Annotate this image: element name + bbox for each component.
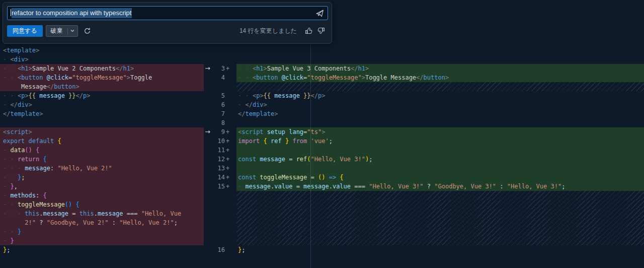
code-token: · · (3, 74, 18, 81)
chat-input[interactable]: refactor to composition api with typescr… (7, 6, 328, 20)
original-code-pane[interactable]: <template>· <div>· · <h1>Sample Vue 2 Co… (0, 46, 204, 268)
discard-button[interactable]: 破棄 (46, 26, 67, 36)
code-token: > (365, 65, 369, 72)
original-code-line[interactable]: · · }; (0, 173, 204, 182)
code-token: "Hello, Vue 3!" (311, 156, 365, 163)
original-code-line[interactable]: · · <button @click="toggleMessage">Toggl… (0, 73, 204, 82)
line-number (204, 200, 236, 209)
code-token: {{ (29, 92, 36, 99)
code-token (292, 156, 296, 163)
line-number: 8 (204, 118, 236, 127)
original-code-line[interactable]: · } (0, 236, 204, 245)
code-token: { (264, 138, 267, 145)
modified-code-line[interactable] (236, 200, 644, 209)
code-token: 2!" (25, 219, 36, 226)
code-token: @click (282, 74, 303, 81)
modified-code-line[interactable]: · · <p>{{ message }}</p> (236, 91, 644, 100)
modified-code-line[interactable] (236, 236, 644, 245)
original-code-line[interactable]: · · · message: "Hello, Vue 2!" (0, 164, 204, 173)
code-token: div (14, 56, 25, 63)
code-token: > (76, 83, 79, 90)
code-token: div (253, 101, 264, 108)
line-number: 10+ (204, 137, 236, 146)
modified-code-line[interactable]: import { ref } from 'vue'; (236, 137, 644, 146)
modified-code-line[interactable]: </template> (236, 109, 644, 118)
code-token: message (25, 165, 50, 172)
modified-code-line[interactable]: const message = ref("Hello, Vue 3!"); (236, 155, 644, 164)
modified-code-line[interactable]: const toggleMessage = () => { (236, 173, 644, 182)
chat-input-text: refactor to composition api with typescr… (12, 8, 132, 18)
code-token: ; (21, 174, 25, 181)
modified-code-line[interactable] (236, 118, 644, 127)
modified-code-pane[interactable]: · · <h1>Sample Vue 3 Components</h1>· · … (236, 46, 644, 268)
modified-code-line[interactable] (236, 209, 644, 218)
code-token: message (260, 156, 285, 163)
original-code-line[interactable]: · <div> (0, 55, 204, 64)
modified-code-line[interactable] (236, 82, 644, 91)
diff-change-arrow-icon[interactable]: → (205, 127, 210, 137)
original-code-line[interactable]: </template> (0, 109, 204, 118)
modified-code-line[interactable] (236, 191, 644, 200)
original-code-line[interactable]: · · toggleMessage() { (0, 200, 204, 209)
send-button[interactable] (314, 9, 325, 18)
modified-code-line[interactable]: · </div> (236, 100, 644, 109)
original-code-line[interactable]: · · <h1>Sample Vue 2 Components</h1> (0, 64, 204, 73)
modified-code-line[interactable]: <script setup lang="ts"> (236, 127, 644, 137)
code-token: : (112, 219, 116, 226)
original-code-line[interactable]: · </div> (0, 100, 204, 109)
code-token: "Hello, Vue 2!" (119, 219, 174, 226)
rerun-request-button[interactable] (83, 26, 92, 36)
code-token: > (321, 128, 325, 136)
code-token: const (238, 174, 256, 181)
modified-code-line[interactable] (236, 55, 644, 64)
original-code-line[interactable]: }; (0, 245, 204, 254)
original-code-line[interactable]: · data() { (0, 146, 204, 155)
original-code-line[interactable]: · methods: { (0, 191, 204, 200)
code-token: > (29, 101, 32, 108)
original-code-line[interactable]: · }, (0, 182, 204, 191)
code-token (300, 183, 303, 190)
code-token: "toggleMessage" (72, 74, 126, 81)
modified-code-line[interactable] (236, 218, 644, 227)
code-token: message (43, 210, 69, 217)
code-token: data (10, 147, 25, 154)
modified-code-line[interactable]: }; (236, 245, 644, 254)
code-token: > (87, 92, 90, 99)
code-token: </ (416, 74, 423, 81)
original-code-line[interactable]: Message</button> (0, 82, 204, 91)
original-code-line[interactable]: 2!" ? "Goodbye, Vue 2!" : "Hello, Vue 2!… (0, 218, 204, 227)
code-token: > (25, 92, 28, 99)
diff-change-arrow-icon[interactable]: → (205, 64, 210, 73)
code-token: message (303, 183, 329, 190)
code-token: ref (296, 156, 307, 163)
original-code-line[interactable]: export default { (0, 137, 204, 146)
accept-button[interactable]: 同意する (7, 25, 43, 37)
modified-code-line[interactable] (236, 227, 644, 236)
modified-code-line[interactable]: · · <h1>Sample Vue 3 Components</h1> (236, 64, 644, 73)
line-number (204, 236, 236, 245)
discard-dropdown-button[interactable] (68, 26, 77, 36)
original-code-line[interactable]: · · return { (0, 155, 204, 164)
original-code-line[interactable] (0, 118, 204, 127)
modified-code-line[interactable]: · · <button @click="toggleMessage">Toggl… (236, 73, 644, 82)
original-code-line[interactable]: · · <p>{{ message }}</p> (0, 91, 204, 100)
code-token: message (98, 210, 123, 217)
original-code-line[interactable]: <script> (0, 127, 204, 137)
modified-code-line[interactable] (236, 46, 644, 55)
feedback-unhelpful-button[interactable] (316, 26, 327, 36)
code-token: message (36, 92, 68, 99)
feedback-group: 14 行を変更しました (239, 26, 327, 36)
code-token: ; (242, 246, 245, 253)
modified-code-line[interactable] (236, 164, 644, 173)
original-code-line[interactable]: · · · this.message = this.message === "H… (0, 209, 204, 218)
code-token: { (76, 201, 79, 208)
modified-code-line[interactable] (236, 146, 644, 155)
modified-code-line[interactable]: · message.value = message.value === "Hel… (236, 182, 644, 191)
code-token (39, 156, 43, 163)
original-code-line[interactable]: · · } (0, 227, 204, 236)
thumbs-down-icon (317, 27, 326, 35)
original-code-line[interactable]: <template> (0, 46, 204, 55)
line-number: 5 (204, 91, 236, 100)
feedback-helpful-button[interactable] (303, 26, 313, 36)
code-token: button (54, 83, 75, 90)
